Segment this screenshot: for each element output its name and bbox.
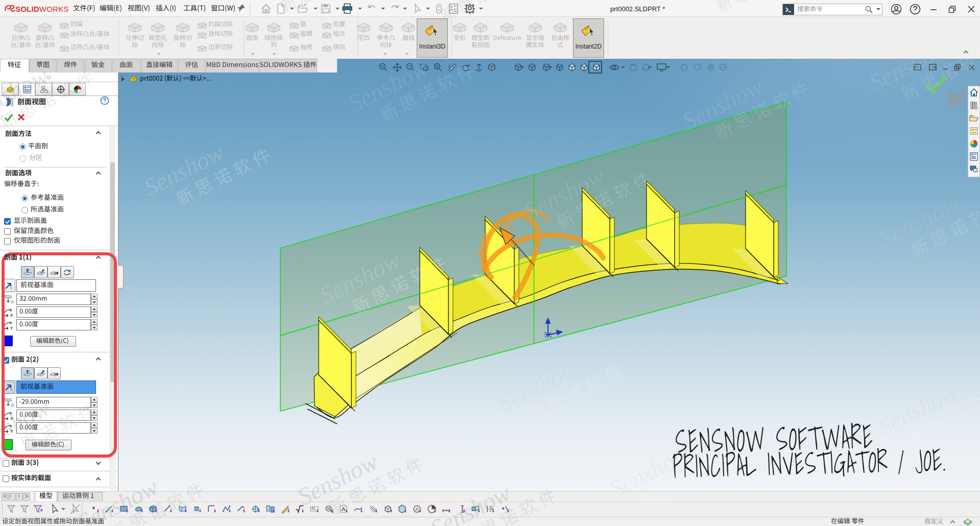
svg-text:A: A xyxy=(342,506,346,512)
svg-text:A: A xyxy=(415,506,419,512)
svg-text:N: N xyxy=(327,506,330,511)
